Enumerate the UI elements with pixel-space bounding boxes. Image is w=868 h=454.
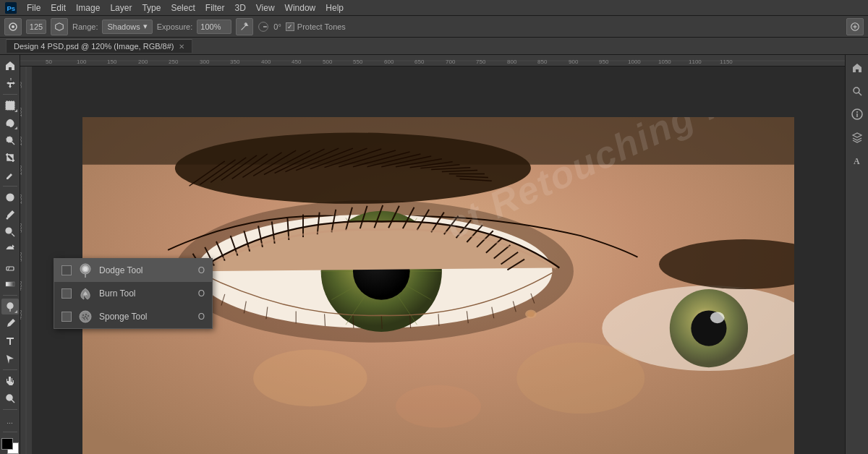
tool-text[interactable] bbox=[1, 333, 19, 349]
tool-quick-select[interactable] bbox=[1, 132, 19, 148]
svg-text:350: 350 bbox=[20, 252, 23, 262]
right-info-btn[interactable] bbox=[847, 104, 867, 124]
brush-options-btn[interactable] bbox=[51, 18, 68, 35]
brush-size-input[interactable]: 125 bbox=[26, 20, 46, 34]
range-dropdown[interactable]: Shadows ▾ bbox=[102, 20, 152, 34]
menu-item-sponge[interactable]: Sponge Tool O bbox=[54, 305, 212, 328]
svg-point-156 bbox=[82, 314, 84, 316]
tool-path-selection[interactable] bbox=[1, 351, 19, 367]
dodge-selection-box bbox=[61, 265, 72, 275]
extra-options-btn[interactable] bbox=[846, 18, 864, 35]
svg-rect-18 bbox=[7, 267, 14, 270]
svg-point-162 bbox=[82, 317, 83, 318]
airbrush-toggle[interactable] bbox=[236, 18, 253, 35]
tool-extra[interactable]: ... bbox=[1, 413, 19, 429]
left-ruler: 50 100 150 200 250 300 350 400 450 bbox=[20, 67, 32, 454]
dodge-shortcut: O bbox=[198, 265, 205, 275]
document-tab[interactable]: Design 4 PSD.psd @ 120% (Image, RGB/8#) … bbox=[6, 39, 192, 53]
menu-select[interactable]: Select bbox=[166, 1, 200, 14]
tool-eyedropper[interactable] bbox=[1, 167, 19, 183]
menu-layer[interactable]: Layer bbox=[105, 1, 137, 14]
menu-help[interactable]: Help bbox=[320, 1, 349, 14]
exposure-input[interactable]: 100% bbox=[197, 20, 231, 34]
app-logo: Ps bbox=[3, 0, 19, 16]
brush-preset-picker[interactable] bbox=[4, 18, 22, 35]
left-toolbar: ... bbox=[0, 55, 20, 454]
right-type-btn[interactable]: A bbox=[847, 150, 867, 171]
sponge-shortcut: O bbox=[198, 312, 205, 322]
svg-text:50: 50 bbox=[20, 82, 23, 88]
svg-text:200: 200 bbox=[20, 165, 23, 175]
svg-line-166 bbox=[859, 93, 861, 95]
burn-icon bbox=[77, 286, 93, 301]
protect-tones-row[interactable]: Protect Tones bbox=[286, 22, 346, 31]
exposure-label: Exposure: bbox=[157, 22, 193, 31]
tool-clone[interactable] bbox=[1, 224, 19, 240]
menu-type[interactable]: Type bbox=[137, 1, 166, 14]
menu-window[interactable]: Window bbox=[280, 1, 321, 14]
tool-lasso[interactable] bbox=[1, 115, 19, 131]
tool-home[interactable] bbox=[1, 58, 19, 74]
svg-point-17 bbox=[6, 228, 12, 234]
menu-item-burn[interactable]: Burn Tool O bbox=[54, 282, 212, 305]
svg-text:250: 250 bbox=[169, 59, 179, 65]
svg-line-24 bbox=[12, 400, 14, 403]
svg-text:700: 700 bbox=[446, 59, 456, 65]
menu-view[interactable]: View bbox=[251, 1, 280, 14]
tool-pen[interactable] bbox=[1, 316, 19, 332]
svg-text:A: A bbox=[854, 156, 860, 166]
dodge-icon bbox=[77, 262, 93, 278]
svg-text:600: 600 bbox=[384, 59, 394, 65]
left-ruler-svg: 50 100 150 200 250 300 350 400 450 bbox=[20, 67, 32, 454]
menu-3d[interactable]: 3D bbox=[229, 1, 250, 14]
svg-point-153 bbox=[83, 267, 88, 271]
svg-point-148 bbox=[516, 343, 644, 414]
menu-bar: Ps File Edit Image Layer Type Select Fil… bbox=[0, 0, 868, 16]
tool-gradient[interactable] bbox=[1, 276, 19, 292]
svg-point-157 bbox=[85, 314, 87, 315]
toolbar-separator-4 bbox=[3, 369, 17, 370]
svg-point-169 bbox=[856, 111, 858, 113]
svg-point-146 bbox=[253, 350, 367, 407]
canvas-area: 50 100 150 200 250 300 350 400 450 500 5… bbox=[20, 55, 845, 454]
right-search-btn[interactable] bbox=[847, 81, 867, 101]
menu-filter[interactable]: Filter bbox=[200, 1, 230, 14]
protect-tones-checkbox[interactable] bbox=[286, 22, 294, 31]
tool-history-brush[interactable] bbox=[1, 241, 19, 257]
foreground-color[interactable] bbox=[1, 438, 13, 450]
svg-point-161 bbox=[85, 316, 86, 317]
svg-text:1150: 1150 bbox=[720, 59, 733, 65]
svg-text:400: 400 bbox=[261, 59, 271, 65]
tool-eraser[interactable] bbox=[1, 259, 19, 275]
range-label: Range: bbox=[72, 22, 98, 31]
tool-heal[interactable] bbox=[1, 189, 19, 205]
burn-selection-box bbox=[61, 288, 72, 299]
tool-dodge[interactable] bbox=[1, 299, 19, 314]
document-close-btn[interactable]: ✕ bbox=[179, 43, 184, 51]
menu-image[interactable]: Image bbox=[71, 1, 105, 14]
document-tab-bar: Design 4 PSD.psd @ 120% (Image, RGB/8#) … bbox=[0, 38, 868, 55]
tool-hand[interactable] bbox=[1, 373, 19, 389]
tool-crop[interactable] bbox=[1, 150, 19, 166]
foreground-background-colors[interactable] bbox=[1, 438, 19, 454]
photoshop-canvas[interactable]: ct Retouching In bbox=[32, 67, 845, 454]
toolbar-separator-1 bbox=[3, 94, 17, 95]
right-home-btn[interactable] bbox=[847, 58, 867, 78]
svg-point-147 bbox=[396, 385, 481, 428]
toolbar-separator-6 bbox=[3, 432, 17, 432]
tool-brush[interactable] bbox=[1, 207, 19, 223]
right-layers-btn[interactable] bbox=[847, 127, 867, 147]
svg-text:1000: 1000 bbox=[628, 59, 641, 65]
svg-text:500: 500 bbox=[323, 59, 333, 65]
menu-item-dodge[interactable]: Dodge Tool O bbox=[54, 259, 212, 282]
menu-edit[interactable]: Edit bbox=[46, 1, 71, 14]
angle-icon bbox=[258, 21, 269, 33]
svg-text:150: 150 bbox=[20, 136, 23, 146]
svg-text:1100: 1100 bbox=[689, 59, 702, 65]
menu-file[interactable]: File bbox=[22, 1, 46, 14]
tool-move[interactable] bbox=[1, 75, 19, 91]
tool-zoom[interactable] bbox=[1, 390, 19, 406]
svg-text:100: 100 bbox=[20, 107, 23, 117]
svg-text:950: 950 bbox=[599, 59, 609, 65]
tool-marquee[interactable] bbox=[1, 98, 19, 113]
